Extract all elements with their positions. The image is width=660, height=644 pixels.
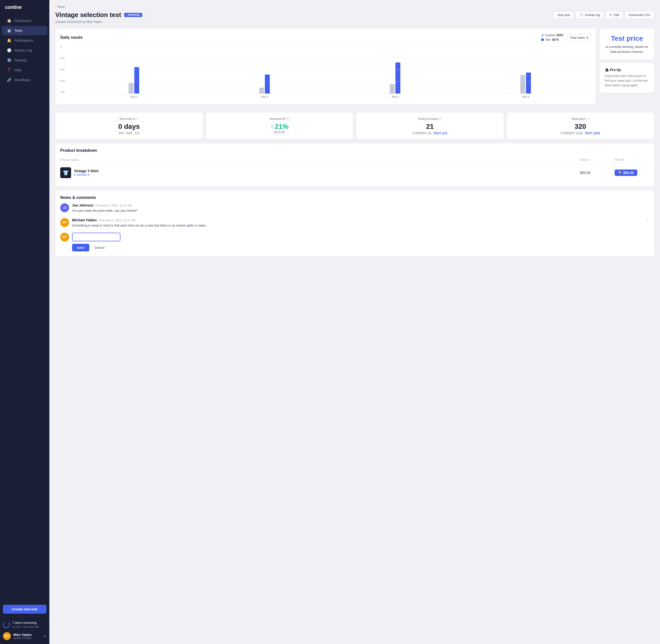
stat-total-purchases: Total purchases ⓘ 21 CURRENT (9) TEST (1… (356, 113, 504, 139)
breadcrumb[interactable]: ‹ Tests (55, 5, 654, 9)
sidebar-bottom: 7 days remaining of your 7-day free tria… (0, 617, 49, 644)
comment-body: Michael Yalden February 8, 2021, 11:27 A… (72, 218, 649, 228)
col-price-a: Price A (580, 158, 615, 162)
logo: contine (0, 0, 49, 14)
page-meta: Created 10/10/2020 by Mike Yalden (55, 20, 654, 24)
test-price-title: Test price (605, 34, 649, 42)
stat-label: Total reach ⓘ (511, 117, 650, 121)
bar-label-sep3: Sep 3 (330, 95, 460, 98)
sidebar-nav: 🏠 Dashboard ▦ Tests 🔔 Notifications 🕐 Ac… (0, 14, 49, 602)
notes-comments-card: Notes & comments JJ Joe Johnson February… (55, 190, 654, 256)
y-axis: 400 300 200 100 0 (60, 45, 67, 100)
chart-dropdown[interactable]: Total sales ▾ (567, 34, 591, 41)
trial-info: 7 days remaining of your 7-day free tria… (3, 621, 46, 629)
price-b-badge: 🏆 $55.00 (615, 169, 637, 176)
trial-progress-circle (3, 621, 10, 628)
legend-current-dot (541, 34, 544, 37)
sidebar-item-settings[interactable]: ⚙️ Settings (2, 55, 47, 65)
sidebar-item-label: Notifications (14, 39, 33, 42)
create-new-test-button[interactable]: Create new test (3, 605, 46, 614)
notes-title: Notes & comments (60, 196, 649, 200)
chart-header: Daily resuts Current $550 Test $670 (60, 33, 591, 42)
edit-button[interactable]: ✎ Edit (606, 11, 623, 19)
comment-author: Joe Johnson (72, 203, 93, 207)
stat-test: TEST (12) (433, 132, 447, 135)
bars (520, 45, 531, 94)
stat-label: Test ends in ⓘ (60, 117, 198, 121)
stat-value: 320 (511, 123, 650, 131)
user-details: Mike Yalden ACME STORE (13, 633, 41, 640)
comment-my: MY Michael Yalden February 8, 2021, 11:2… (60, 218, 649, 228)
comment-time: February 8, 2021, 11:27 AM (95, 204, 132, 207)
bar-test-sep2 (265, 74, 270, 94)
sidebar-item-label: Settings (14, 58, 27, 62)
save-comment-button[interactable]: Save (72, 244, 89, 251)
sidebar-item-label: Tests (14, 29, 22, 32)
sidebar-item-help[interactable]: ❓ Help (2, 65, 47, 75)
stat-label: Total purchases ⓘ (361, 117, 499, 121)
tests-icon: ▦ (7, 28, 12, 33)
sidebar-item-workflows[interactable]: 🔗 Workflows (2, 75, 47, 85)
chart-legend: Current $550 Test $670 (541, 33, 563, 42)
trial-text: 7 days remaining of your 7-day free tria… (12, 621, 39, 629)
download-csv-button[interactable]: Download CSV (625, 11, 654, 19)
legend-current: Current $550 (541, 33, 563, 37)
product-variants[interactable]: 6 variants ▾ (74, 173, 98, 177)
new-comment-row: MY Save Cancel (60, 233, 649, 251)
test-price-subtitle: is currently winning, based on total pur… (605, 44, 649, 54)
bar-label-sep1: Sep 1 (69, 95, 199, 98)
comment-body: Joe Johnson February 8, 2021, 11:27 AM I… (72, 203, 649, 213)
col-product-name: Product name (60, 158, 580, 162)
stop-test-button[interactable]: Stop test (554, 11, 574, 19)
stat-test: TEST (220) (585, 132, 600, 135)
pencil-icon: ✎ (609, 13, 612, 17)
pro-tip-title: 🎩 Pro tip (605, 68, 649, 72)
workflows-icon: 🔗 (7, 78, 12, 82)
chevron-up-icon: ▲ (43, 635, 46, 638)
sidebar-item-notifications[interactable]: 🔔 Notifications (2, 36, 47, 45)
product-breakdown-title: Product breakdown (60, 148, 649, 153)
sidebar-item-tests[interactable]: ▦ Tests (2, 26, 47, 35)
bar-test-sep3 (395, 63, 400, 94)
col-price-b: Price B (615, 158, 649, 162)
stat-sub-row: CURRENT (100) TEST (220) (511, 132, 650, 135)
comment-input[interactable] (72, 233, 120, 241)
pro-tip-text: Experiment with a few prices to find you… (605, 74, 649, 88)
chart-controls: Current $550 Test $670 Total sales ▾ (541, 33, 591, 42)
user-name: Mike Yalden (13, 633, 41, 637)
stats-row: Test ends in ⓘ 0 days 10H : 42M : 21S Re… (55, 113, 654, 139)
stat-current: CURRENT (100) (561, 132, 583, 135)
bar-groups (69, 45, 591, 94)
clock-icon: 🕐 (579, 13, 583, 17)
bar-labels: Sep 1 Sep 2 Sep 3 Sep 4 (69, 95, 591, 98)
comment-header: Joe Johnson February 8, 2021, 11:27 AM (72, 203, 649, 207)
lift-arrow-icon: ↑ (270, 123, 274, 131)
sidebar-item-activity-log[interactable]: 🕐 Activity Log (2, 46, 47, 55)
notifications-icon: 🔔 (7, 38, 12, 43)
activity-log-button[interactable]: 🕐 Activity log (575, 11, 604, 19)
sidebar-item-label: Help (14, 68, 21, 72)
chart-title: Daily resuts (60, 35, 83, 40)
current-user-avatar: MY (60, 233, 69, 242)
page-header: ‹ Tests Vintage selection test • RUNNING… (55, 5, 654, 24)
price-a: $50.00 (580, 171, 615, 175)
stat-total-reach: Total reach ⓘ 320 CURRENT (100) TEST (22… (507, 113, 654, 139)
stat-value: 21 (361, 123, 499, 131)
bar-group-sep3 (330, 45, 460, 94)
cancel-comment-button[interactable]: Cancel (91, 244, 107, 251)
test-price-card: Test price is currently winning, based o… (600, 29, 654, 60)
sidebar-item-label: Dashboard (14, 19, 31, 23)
comment-header: Michael Yalden February 8, 2021, 11:27 A… (72, 218, 136, 222)
comment-options-button[interactable]: ⋮ (645, 218, 649, 223)
product-info: 👕 Vintage T-Shirt 6 variants ▾ (60, 167, 580, 178)
page-title-row: Vintage selection test • RUNNING Stop te… (55, 11, 654, 19)
sidebar-item-label: Workflows (14, 78, 30, 82)
bar-test-sep1 (134, 67, 139, 94)
user-info[interactable]: MY Mike Yalden ACME STORE ▲ (3, 632, 46, 640)
table-row: 👕 Vintage T-Shirt 6 variants ▾ $50.00 🏆 … (60, 164, 649, 182)
help-icon: ❓ (7, 68, 12, 72)
info-icon: ⓘ (286, 117, 289, 121)
chevron-down-icon: ▾ (88, 173, 89, 177)
info-icon: ⓘ (587, 117, 589, 121)
sidebar-item-dashboard[interactable]: 🏠 Dashboard (2, 16, 47, 25)
